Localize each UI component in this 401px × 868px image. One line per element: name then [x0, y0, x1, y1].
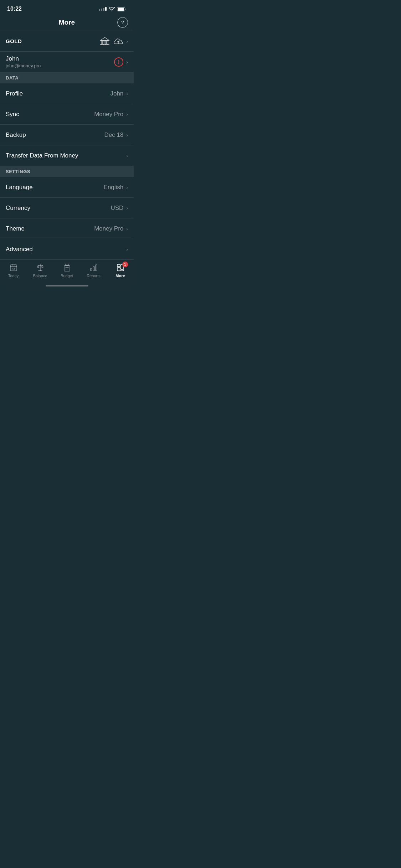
- profile-value: John: [110, 90, 123, 97]
- sync-label: Sync: [6, 111, 19, 118]
- svg-rect-23: [96, 265, 97, 271]
- help-icon: ?: [121, 20, 124, 25]
- more-badge: 1: [122, 262, 128, 267]
- language-label: Language: [6, 184, 33, 191]
- sync-value: Money Pro: [94, 111, 123, 118]
- backup-chevron: ›: [126, 132, 128, 138]
- sync-chevron: ›: [126, 112, 128, 117]
- svg-rect-25: [117, 268, 120, 271]
- currency-label: Currency: [6, 205, 30, 212]
- tab-today-label: Today: [8, 274, 19, 278]
- alert-icon: !: [114, 57, 123, 67]
- backup-row[interactable]: Backup Dec 18 ›: [0, 125, 134, 145]
- svg-rect-1: [118, 7, 124, 11]
- tab-more[interactable]: 1 More: [107, 263, 134, 278]
- signal-icon: [99, 7, 107, 11]
- currency-chevron: ›: [126, 205, 128, 211]
- sync-row[interactable]: Sync Money Pro ›: [0, 104, 134, 125]
- gold-icons: [100, 37, 123, 46]
- language-row[interactable]: Language English ›: [0, 177, 134, 198]
- transfer-row[interactable]: Transfer Data From Money ›: [0, 145, 134, 166]
- svg-rect-27: [121, 270, 124, 271]
- balance-icon: [36, 263, 45, 272]
- reports-icon: [89, 263, 98, 272]
- transfer-label: Transfer Data From Money: [6, 152, 78, 159]
- status-bar: 10:22: [0, 0, 134, 16]
- svg-rect-21: [91, 268, 92, 271]
- home-indicator: [46, 285, 88, 286]
- tab-balance-label: Balance: [33, 274, 47, 278]
- bank-icon: [100, 37, 110, 46]
- svg-rect-24: [117, 264, 120, 267]
- user-email: john@money.pro: [6, 63, 41, 68]
- advanced-label: Advanced: [6, 246, 33, 253]
- svg-rect-5: [105, 41, 106, 44]
- language-chevron: ›: [126, 185, 128, 190]
- svg-text:18: 18: [12, 268, 15, 270]
- status-time: 10:22: [7, 6, 22, 12]
- svg-marker-8: [101, 37, 109, 40]
- user-name: John: [6, 55, 41, 62]
- profile-label: Profile: [6, 90, 23, 97]
- profile-row[interactable]: Profile John ›: [0, 83, 134, 104]
- user-row[interactable]: John john@money.pro ! ›: [0, 52, 134, 72]
- calendar-icon: 18: [9, 263, 18, 272]
- svg-rect-18: [64, 265, 70, 271]
- tab-budget[interactable]: Budget: [53, 263, 80, 278]
- gold-label: GOLD: [6, 38, 22, 44]
- gold-row[interactable]: GOLD ›: [0, 31, 134, 52]
- wifi-icon: [109, 7, 115, 11]
- battery-icon: [117, 7, 127, 11]
- svg-rect-6: [107, 41, 108, 44]
- user-chevron: ›: [126, 59, 128, 65]
- advanced-chevron: ›: [126, 247, 128, 252]
- tab-budget-label: Budget: [61, 274, 73, 278]
- cloud-icon: [113, 37, 123, 45]
- status-icons: [99, 7, 127, 11]
- list-container[interactable]: GOLD ›: [0, 31, 134, 264]
- tab-balance[interactable]: Balance: [27, 263, 53, 278]
- page-title: More: [59, 19, 75, 26]
- currency-row[interactable]: Currency USD ›: [0, 198, 134, 218]
- help-button[interactable]: ?: [117, 17, 128, 28]
- advanced-row[interactable]: Advanced ›: [0, 239, 134, 260]
- tab-more-label: More: [115, 274, 125, 278]
- backup-label: Backup: [6, 131, 26, 139]
- theme-value: Money Pro: [94, 225, 123, 232]
- theme-row[interactable]: Theme Money Pro ›: [0, 218, 134, 239]
- profile-chevron: ›: [126, 91, 128, 97]
- svg-rect-22: [93, 267, 94, 271]
- tab-reports[interactable]: Reports: [80, 263, 107, 278]
- language-value: English: [104, 184, 124, 191]
- svg-rect-7: [101, 44, 109, 45]
- transfer-chevron: ›: [126, 153, 128, 159]
- currency-value: USD: [110, 205, 123, 212]
- backup-value: Dec 18: [104, 131, 123, 139]
- theme-chevron: ›: [126, 226, 128, 232]
- nav-bar: More ?: [0, 16, 134, 31]
- gold-chevron: ›: [126, 38, 128, 44]
- tab-today[interactable]: 18 Today: [0, 263, 27, 278]
- tab-reports-label: Reports: [87, 274, 101, 278]
- settings-section-header: SETTINGS: [0, 166, 134, 177]
- data-section-header: DATA: [0, 72, 134, 83]
- svg-rect-3: [101, 41, 102, 44]
- theme-label: Theme: [6, 225, 25, 232]
- budget-icon: [62, 263, 72, 272]
- svg-rect-4: [103, 41, 104, 44]
